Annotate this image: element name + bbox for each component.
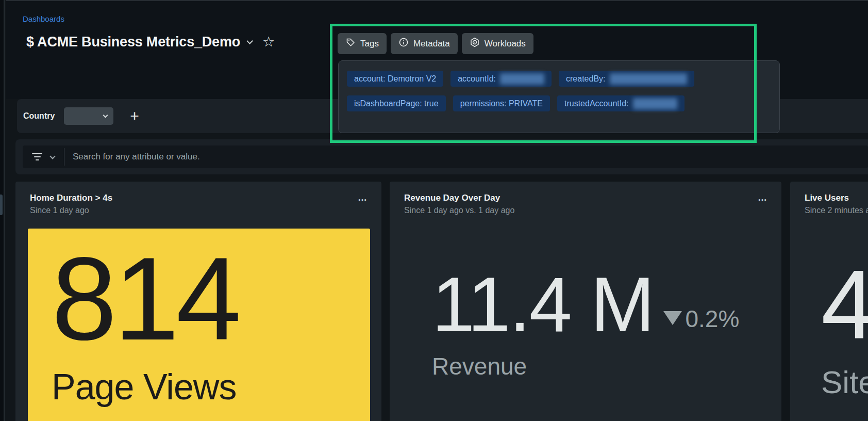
widget-card-live-users: Live Users Since 2 minutes ago 4 Site bbox=[790, 182, 868, 421]
billboard-value: 11.4 M bbox=[432, 266, 653, 343]
billboard: 11.4 M 0.2% Revenue bbox=[390, 266, 781, 380]
metadata-pill-created-by[interactable]: createdBy: bbox=[559, 71, 694, 87]
metadata-button-label: Metadata bbox=[413, 39, 450, 49]
filter-funnel-icon bbox=[32, 153, 42, 160]
favorite-star-icon[interactable]: ☆ bbox=[262, 35, 275, 49]
card-subtitle: Since 2 minutes ago bbox=[805, 206, 868, 215]
info-icon bbox=[398, 37, 409, 50]
widget-card-home-duration: Home Duration > 4s Since 1 day ago … 814… bbox=[15, 182, 381, 421]
tags-button-label: Tags bbox=[360, 39, 379, 49]
metadata-pill-account[interactable]: account: Demotron V2 bbox=[347, 71, 443, 87]
card-header: Live Users Since 2 minutes ago bbox=[790, 182, 868, 215]
metadata-pill-row: account: Demotron V2 accountId: createdB… bbox=[347, 71, 771, 87]
card-title: Live Users bbox=[805, 193, 868, 203]
workloads-button-label: Workloads bbox=[485, 39, 526, 49]
delta-value: 0.2% bbox=[685, 305, 739, 333]
left-nav-rail bbox=[0, 0, 5, 421]
dashboard-meta-toolbar: Tags Metadata Workloads bbox=[338, 33, 533, 54]
attribute-search-input[interactable] bbox=[64, 152, 868, 162]
workloads-button[interactable]: Workloads bbox=[462, 33, 533, 54]
card-header: Revenue Day Over Day Since 1 day ago vs.… bbox=[390, 182, 781, 215]
breadcrumb-dashboards-link[interactable]: Dashboards bbox=[23, 14, 64, 23]
add-filter-button[interactable]: + bbox=[130, 108, 139, 124]
card-title: Home Duration > 4s bbox=[30, 193, 368, 203]
billboard-alert-yellow: 814 Page Views bbox=[28, 229, 370, 421]
billboard-value: 4 bbox=[821, 255, 868, 353]
metadata-pill-label: trustedAccountId: bbox=[564, 99, 629, 108]
card-title: Revenue Day Over Day bbox=[404, 193, 768, 203]
billboard-value-row: 11.4 M 0.2% bbox=[432, 266, 781, 343]
card-header: Home Duration > 4s Since 1 day ago … bbox=[15, 182, 381, 215]
search-bar bbox=[23, 145, 868, 168]
billboard: 4 Site bbox=[790, 255, 868, 400]
metadata-button[interactable]: Metadata bbox=[391, 33, 458, 54]
workload-hexagon-icon bbox=[470, 37, 480, 50]
metadata-pill-label: createdBy: bbox=[566, 74, 605, 84]
card-options-menu-button[interactable]: … bbox=[758, 193, 768, 202]
card-subtitle: Since 1 day ago bbox=[30, 206, 368, 215]
billboard-value: 814 bbox=[52, 243, 370, 355]
country-filter-label: Country bbox=[23, 111, 55, 121]
scroll-position-indicator bbox=[0, 195, 3, 215]
tags-button[interactable]: Tags bbox=[338, 33, 387, 54]
widget-card-revenue: Revenue Day Over Day Since 1 day ago vs.… bbox=[390, 182, 781, 421]
billboard-label: Page Views bbox=[52, 366, 370, 408]
metadata-pill-row: isDashboardPage: true permissions: PRIVA… bbox=[347, 95, 771, 111]
billboard-label: Revenue bbox=[432, 352, 781, 380]
title-row: $ ACME Business Metrics_Demo ☆ bbox=[26, 34, 275, 50]
metadata-pill-is-dashboard-page[interactable]: isDashboardPage: true bbox=[347, 95, 446, 111]
redacted-value bbox=[610, 73, 687, 85]
filter-chevron-down-icon bbox=[49, 153, 55, 159]
metadata-pill-trusted-account-id[interactable]: trustedAccountId: bbox=[557, 95, 685, 111]
redacted-value bbox=[633, 98, 677, 109]
metadata-pill-permissions[interactable]: permissions: PRIVATE bbox=[453, 95, 550, 111]
billboard-label: Site bbox=[821, 364, 868, 400]
metadata-pill-label: accountId: bbox=[458, 74, 496, 84]
card-subtitle: Since 1 day ago vs. 1 day ago bbox=[404, 206, 768, 215]
country-dropdown[interactable] bbox=[64, 107, 113, 125]
redacted-value bbox=[500, 73, 544, 85]
search-bar-container bbox=[15, 139, 868, 174]
dropdown-chevron-down-icon bbox=[103, 113, 108, 118]
page-title: $ ACME Business Metrics_Demo bbox=[26, 34, 240, 50]
tag-icon bbox=[345, 37, 356, 50]
metadata-pill-account-id[interactable]: accountId: bbox=[450, 71, 552, 87]
delta-down-triangle-icon bbox=[663, 311, 682, 325]
card-options-menu-button[interactable]: … bbox=[358, 193, 368, 202]
title-chevron-down-icon[interactable] bbox=[246, 38, 253, 44]
metadata-panel: account: Demotron V2 accountId: createdB… bbox=[338, 60, 780, 133]
filter-type-toggle[interactable] bbox=[23, 153, 64, 160]
